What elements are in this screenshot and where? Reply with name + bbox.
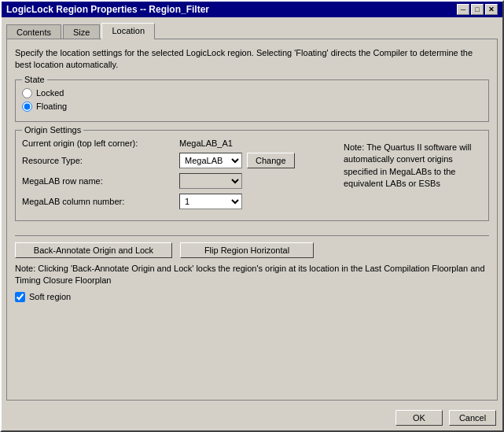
soft-region-checkbox[interactable]: [15, 292, 25, 302]
row-name-label: MegaLAB row name:: [22, 176, 179, 186]
resource-type-label: Resource Type:: [22, 156, 179, 165]
current-origin-row: Current origin (top left corner): MegaLA…: [22, 138, 334, 148]
origin-left-form: Current origin (top left corner): MegaLA…: [22, 138, 334, 214]
resource-type-wrapper: MegaLAB Change: [179, 153, 295, 168]
close-button[interactable]: ✕: [485, 4, 498, 15]
title-bar-buttons: ─ □ ✕: [457, 4, 498, 15]
floating-radio-row: Floating: [22, 102, 482, 112]
back-annotate-button[interactable]: Back-Annotate Origin and Lock: [15, 242, 172, 258]
origin-group-title: Origin Settings: [22, 125, 83, 135]
tab-strip: Contents Size Location: [6, 22, 498, 39]
bottom-section: Back-Annotate Origin and Lock Flip Regio…: [15, 242, 489, 302]
tab-location[interactable]: Location: [101, 23, 155, 39]
minimize-button[interactable]: ─: [457, 4, 469, 15]
column-number-select[interactable]: 1: [179, 194, 242, 209]
window-content: Contents Size Location Specify the locat…: [2, 17, 502, 405]
tab-contents[interactable]: Contents: [6, 24, 61, 40]
tab-size[interactable]: Size: [63, 24, 100, 40]
current-origin-label: Current origin (top left corner):: [22, 138, 179, 148]
flip-horizontal-button[interactable]: Flip Region Horizontal: [180, 242, 314, 258]
description-text: Specify the location settings for the se…: [15, 47, 489, 72]
locked-label[interactable]: Locked: [36, 88, 64, 98]
locked-radio[interactable]: [22, 88, 32, 98]
resource-type-row: Resource Type: MegaLAB Change: [22, 153, 334, 168]
locked-radio-row: Locked: [22, 88, 482, 98]
title-bar: LogicLock Region Properties -- Region_Fi…: [2, 2, 502, 17]
state-group-title: State: [22, 75, 47, 84]
soft-region-row: Soft region: [15, 292, 489, 302]
state-group: State Locked Floating: [15, 79, 489, 122]
window-title: LogicLock Region Properties -- Region_Fi…: [6, 4, 209, 15]
bottom-note: Note: Clicking 'Back-Annotate Origin and…: [15, 263, 489, 287]
current-origin-value: MegaLAB_A1: [179, 138, 233, 148]
soft-region-label[interactable]: Soft region: [29, 292, 71, 301]
floating-radio[interactable]: [22, 102, 32, 112]
column-number-label: MegaLAB column number:: [22, 197, 179, 206]
dialog-buttons: OK Cancel: [2, 405, 502, 430]
cancel-button[interactable]: Cancel: [449, 410, 496, 426]
row-name-select[interactable]: [179, 173, 242, 189]
origin-note: Note: The Quartus II software will autom…: [340, 138, 482, 214]
ok-button[interactable]: OK: [395, 410, 443, 426]
resource-type-select[interactable]: MegaLAB: [179, 153, 242, 168]
origin-settings-group: Origin Settings Current origin (top left…: [15, 130, 489, 221]
main-window: LogicLock Region Properties -- Region_Fi…: [0, 0, 504, 432]
change-button[interactable]: Change: [247, 153, 295, 168]
row-name-row: MegaLAB row name:: [22, 173, 334, 189]
maximize-button[interactable]: □: [471, 4, 484, 15]
action-buttons-row: Back-Annotate Origin and Lock Flip Regio…: [15, 242, 489, 258]
separator: [15, 235, 489, 236]
origin-inner-content: Current origin (top left corner): MegaLA…: [22, 138, 482, 214]
floating-label[interactable]: Floating: [36, 102, 67, 111]
column-number-row: MegaLAB column number: 1: [22, 194, 334, 209]
tab-location-content: Specify the location settings for the se…: [6, 39, 498, 401]
